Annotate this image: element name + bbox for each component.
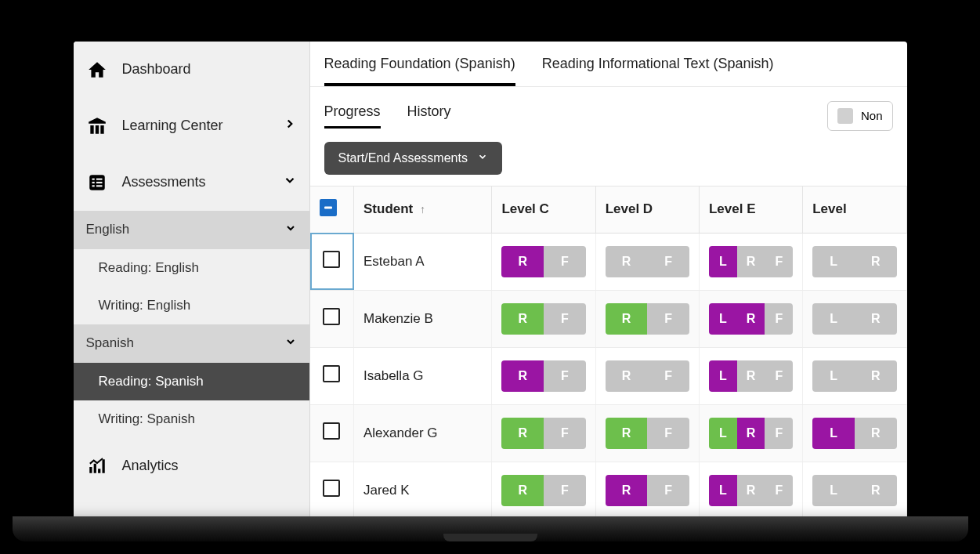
level-cell[interactable]: RF [492,462,595,519]
progress-segment[interactable]: R [501,360,544,392]
table-wrapper[interactable]: Student ↑ Level C Level D Level E Level … [310,186,907,527]
level-cell[interactable]: LRF [699,462,802,519]
column-header-level-c[interactable]: Level C [492,186,595,234]
progress-segment[interactable]: R [501,418,544,449]
progress-segment[interactable]: R [855,303,897,335]
checkbox-icon[interactable] [323,480,340,497]
progress-segment[interactable]: F [647,475,689,506]
progress-segment[interactable]: R [855,360,897,392]
level-cell[interactable]: LR [803,290,906,347]
sidebar-item-assessments[interactable]: Assessments [74,154,309,211]
progress-segment[interactable]: R [737,303,765,335]
level-cell[interactable]: RF [595,462,699,519]
progress-segment[interactable]: L [709,475,737,506]
level-cell[interactable]: LRF [699,404,802,462]
level-cell[interactable]: RF [492,404,595,462]
column-header-level-f[interactable]: Level [803,186,906,234]
progress-segment[interactable]: F [647,303,689,335]
row-checkbox-cell[interactable] [310,347,354,404]
sidebar-item-reading-spanish[interactable]: Reading: Spanish [74,363,309,400]
tab-history[interactable]: History [407,103,451,129]
progress-segment[interactable]: R [501,246,544,277]
progress-segment[interactable]: F [765,418,793,449]
checkbox-icon[interactable] [323,365,340,382]
level-cell[interactable]: RF [492,290,595,347]
progress-segment[interactable]: R [606,360,648,392]
progress-segment[interactable]: F [765,475,793,506]
progress-segment[interactable]: R [855,246,897,277]
sidebar-item-analytics[interactable]: Analytics [74,438,309,494]
progress-segment[interactable]: F [765,303,793,335]
sidebar-group-english[interactable]: English [74,211,309,249]
progress-segment[interactable]: R [737,246,765,277]
level-cell[interactable]: RF [595,347,699,404]
row-checkbox-cell[interactable] [310,404,354,462]
progress-segment[interactable]: F [765,360,793,392]
progress-segment[interactable]: L [709,360,737,392]
progress-segment[interactable]: R [855,475,897,506]
progress-segment[interactable]: F [544,360,586,392]
progress-segment[interactable]: L [709,418,737,449]
column-header-level-d[interactable]: Level D [595,186,699,234]
row-checkbox-cell[interactable] [310,462,354,519]
level-cell[interactable]: LRF [699,290,802,347]
sidebar-item-dashboard[interactable]: Dashboard [74,42,309,98]
progress-segment[interactable]: F [544,303,586,335]
row-checkbox-cell[interactable] [310,290,354,347]
progress-segment[interactable]: L [812,246,855,277]
progress-segment[interactable]: L [812,303,855,335]
sidebar-group-spanish[interactable]: Spanish [74,324,309,363]
checkbox-icon[interactable] [323,251,340,268]
tab-reading-informational[interactable]: Reading Informational Text (Spanish) [542,56,774,86]
row-checkbox-cell[interactable] [310,233,354,290]
progress-segment[interactable]: R [606,303,648,335]
level-cell[interactable]: LR [803,404,906,462]
level-cell[interactable]: RF [595,233,699,290]
level-cell[interactable]: RF [492,233,595,290]
progress-segment[interactable]: F [544,418,586,449]
progress-segment[interactable]: R [501,303,544,335]
progress-segment[interactable]: R [737,418,765,449]
progress-segment[interactable]: L [709,246,737,277]
progress-segment[interactable]: F [544,475,586,506]
progress-segment[interactable]: R [606,418,648,449]
tab-reading-foundation[interactable]: Reading Foundation (Spanish) [324,56,515,86]
level-cell[interactable]: LR [803,462,906,519]
sidebar-item-writing-english[interactable]: Writing: English [74,287,309,324]
select-all-header[interactable] [310,186,354,234]
nav-label: Learning Center [122,118,223,134]
checkbox-icon[interactable] [323,422,340,440]
progress-segment[interactable]: R [855,418,897,449]
start-end-assessments-button[interactable]: Start/End Assessments [324,142,502,175]
sidebar-item-learning-center[interactable]: Learning Center [74,98,309,154]
checkbox-indeterminate-icon[interactable] [320,199,337,216]
progress-segment[interactable]: L [812,360,855,392]
progress-segment[interactable]: F [647,418,689,449]
progress-segment[interactable]: F [544,246,586,277]
column-header-student[interactable]: Student ↑ [354,186,492,234]
level-cell[interactable]: LRF [699,347,802,404]
progress-segment[interactable]: R [737,475,765,506]
progress-segment[interactable]: R [737,360,765,392]
progress-segment[interactable]: L [812,475,855,506]
progress-segment[interactable]: F [647,360,689,392]
sidebar-item-writing-spanish[interactable]: Writing: Spanish [74,400,309,438]
filter-dropdown[interactable]: Non [827,101,893,131]
column-header-level-e[interactable]: Level E [699,186,802,234]
progress-segment[interactable]: F [765,246,793,277]
level-cell[interactable]: LR [803,347,906,404]
progress-segment[interactable]: L [812,418,855,449]
level-cell[interactable]: RF [595,404,699,462]
level-cell[interactable]: LRF [699,233,802,290]
progress-segment[interactable]: R [606,475,648,506]
progress-segment[interactable]: F [647,246,689,277]
progress-segment[interactable]: L [709,303,737,335]
progress-segment[interactable]: R [501,475,544,506]
tab-progress[interactable]: Progress [324,103,381,129]
level-cell[interactable]: LR [803,233,906,290]
progress-segment[interactable]: R [606,246,648,277]
level-cell[interactable]: RF [492,347,595,404]
level-cell[interactable]: RF [595,290,699,347]
checkbox-icon[interactable] [323,308,340,325]
sidebar-item-reading-english[interactable]: Reading: English [74,249,309,287]
